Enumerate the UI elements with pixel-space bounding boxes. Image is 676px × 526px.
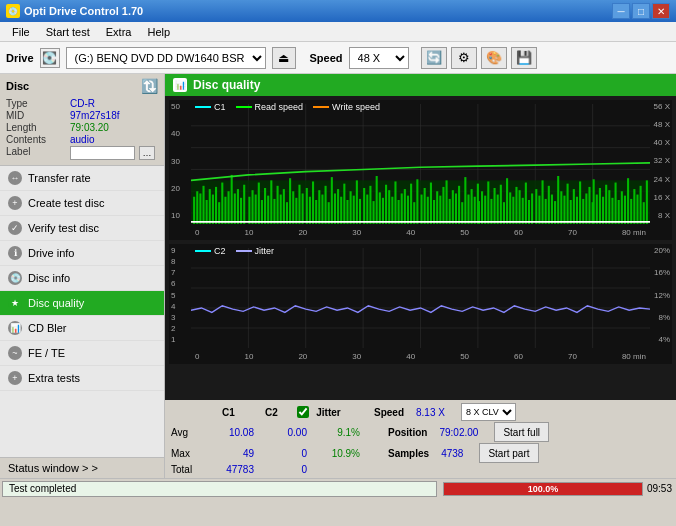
- status-window[interactable]: Status window > >: [0, 457, 164, 478]
- menu-start-test[interactable]: Start test: [38, 24, 98, 40]
- top-chart-legend: C1 Read speed Write speed: [195, 102, 380, 112]
- svg-rect-130: [563, 196, 565, 224]
- eject-button[interactable]: ⏏: [272, 47, 296, 69]
- bottom-chart-x-axis: 0 10 20 30 40 50 60 70 80 min: [191, 348, 650, 364]
- x2-40: 40: [406, 352, 415, 361]
- y2-right-16: 16%: [652, 268, 670, 277]
- sidebar-item-create-test-disc[interactable]: + Create test disc: [0, 191, 164, 216]
- y2-left-6: 6: [171, 279, 189, 288]
- start-full-button[interactable]: Start full: [494, 422, 549, 442]
- svg-rect-90: [439, 196, 441, 224]
- disc-length-label: Length: [6, 122, 66, 133]
- sidebar-item-cd-bler[interactable]: 📊 CD Bler: [0, 316, 164, 341]
- title-bar-controls: ─ □ ✕: [612, 3, 670, 19]
- svg-rect-142: [599, 188, 601, 224]
- svg-rect-24: [228, 191, 230, 224]
- svg-rect-138: [588, 187, 590, 224]
- stats-c2-header: C2: [254, 407, 289, 418]
- svg-rect-39: [277, 186, 279, 224]
- disc-refresh-icon[interactable]: 🔃: [141, 78, 158, 94]
- y-right-56x: 56 X: [652, 102, 670, 111]
- svg-rect-59: [340, 197, 342, 224]
- sidebar-item-transfer-rate[interactable]: ↔ Transfer rate: [0, 166, 164, 191]
- disc-label-label: Label: [6, 146, 66, 160]
- svg-rect-35: [264, 188, 266, 224]
- y-right-40x: 40 X: [652, 138, 670, 147]
- svg-rect-78: [401, 193, 403, 224]
- disc-type-label: Type: [6, 98, 66, 109]
- svg-rect-33: [258, 183, 260, 224]
- svg-rect-97: [461, 202, 463, 224]
- sidebar-item-disc-quality[interactable]: ★ Disc quality: [0, 291, 164, 316]
- disc-mid-row: MID 97m27s18f: [6, 110, 158, 121]
- speed-select[interactable]: 48 X: [349, 47, 409, 69]
- svg-rect-51: [315, 200, 317, 224]
- svg-rect-136: [582, 199, 584, 224]
- jitter-checkbox[interactable]: [297, 406, 309, 418]
- svg-rect-147: [615, 183, 617, 224]
- cd-bler-label: CD Bler: [28, 322, 67, 334]
- save-button[interactable]: 💾: [511, 47, 537, 69]
- disc-label-input[interactable]: [70, 146, 135, 160]
- menu-extra[interactable]: Extra: [98, 24, 140, 40]
- svg-rect-117: [522, 198, 524, 224]
- disc-quality-icon: ★: [8, 296, 22, 310]
- svg-rect-122: [538, 196, 540, 224]
- svg-rect-116: [519, 190, 521, 224]
- svg-rect-28: [240, 198, 242, 224]
- color-button[interactable]: 🎨: [481, 47, 507, 69]
- svg-rect-103: [478, 201, 480, 224]
- svg-rect-87: [430, 183, 432, 224]
- svg-rect-107: [490, 199, 492, 224]
- svg-rect-48: [306, 188, 308, 224]
- x2-80: 80 min: [622, 352, 646, 361]
- svg-rect-145: [608, 190, 610, 224]
- sidebar-item-verify-test-disc[interactable]: ✓ Verify test disc: [0, 216, 164, 241]
- y-left-30: 30: [171, 157, 189, 166]
- close-button[interactable]: ✕: [652, 3, 670, 19]
- y-left-40: 40: [171, 129, 189, 138]
- jitter-checkbox-container: Jitter: [297, 406, 346, 418]
- y2-left-2: 2: [171, 324, 189, 333]
- svg-rect-67: [366, 195, 368, 224]
- y2-left-9: 9: [171, 246, 189, 255]
- svg-rect-140: [593, 179, 595, 224]
- y-right-16x: 16 X: [652, 193, 670, 202]
- legend-write-label: Write speed: [332, 102, 380, 112]
- legend-write: Write speed: [313, 102, 380, 112]
- menu-file[interactable]: File: [4, 24, 38, 40]
- svg-rect-23: [224, 197, 226, 224]
- svg-rect-114: [512, 197, 514, 224]
- y-left-10: 10: [171, 211, 189, 220]
- drive-select[interactable]: (G:) BENQ DVD DD DW1640 BSRB: [66, 47, 266, 69]
- refresh-button[interactable]: 🔄: [421, 47, 447, 69]
- start-part-button[interactable]: Start part: [479, 443, 538, 463]
- progress-bar: 100.0%: [443, 482, 643, 496]
- y2-right-8: 8%: [652, 313, 670, 322]
- svg-rect-45: [295, 198, 297, 224]
- svg-rect-96: [458, 186, 460, 224]
- svg-rect-16: [202, 186, 204, 224]
- settings-button[interactable]: ⚙: [451, 47, 477, 69]
- svg-rect-74: [388, 190, 390, 224]
- sidebar-item-extra-tests[interactable]: + Extra tests: [0, 366, 164, 391]
- avg-label: Avg: [171, 427, 201, 438]
- sidebar-item-drive-info[interactable]: ℹ Drive info: [0, 241, 164, 266]
- svg-rect-26: [234, 193, 236, 224]
- svg-rect-123: [542, 180, 544, 224]
- sidebar-item-disc-info[interactable]: 💿 Disc info: [0, 266, 164, 291]
- speed-label: Speed: [310, 52, 343, 64]
- svg-rect-124: [545, 199, 547, 224]
- minimize-button[interactable]: ─: [612, 3, 630, 19]
- menu-help[interactable]: Help: [139, 24, 178, 40]
- speed-clv-select[interactable]: 8 X CLV: [461, 403, 516, 421]
- sidebar-item-fe-te[interactable]: ~ FE / TE: [0, 341, 164, 366]
- disc-info-panel: Disc 🔃 Type CD-R MID 97m27s18f Length 79…: [0, 74, 164, 166]
- bottom-chart-y-right: 20% 16% 12% 8% 4%: [650, 244, 672, 346]
- maximize-button[interactable]: □: [632, 3, 650, 19]
- total-label: Total: [171, 464, 201, 475]
- svg-rect-31: [252, 190, 254, 224]
- disc-label-button[interactable]: …: [139, 146, 155, 160]
- svg-rect-95: [455, 193, 457, 224]
- charts-container: C1 Read speed Write speed 50 40 30: [165, 96, 676, 400]
